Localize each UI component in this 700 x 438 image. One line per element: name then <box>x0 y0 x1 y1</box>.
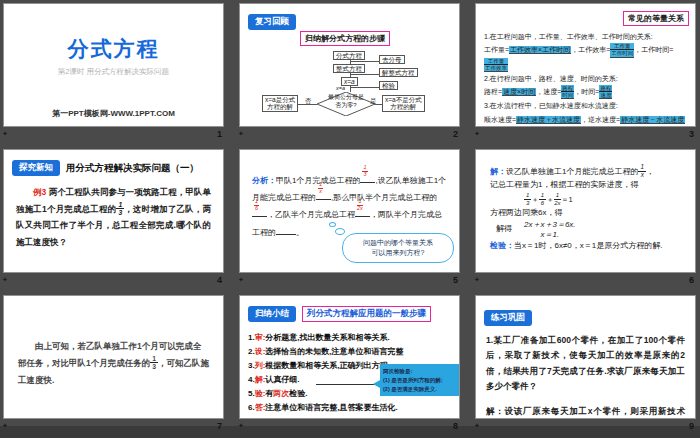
cell-5: 分析：甲队1个月完成总工程的13,设乙队单独施工1个月能完成总工程的1x,那么甲… <box>239 149 460 295</box>
no-label: 否 <box>305 98 312 105</box>
denominator: 速度 <box>599 92 612 98</box>
work-problem-heading: 1.在工程问题中，工作量、工作效率、工作时间的关系: <box>484 30 687 43</box>
step-number: 1. <box>248 333 255 342</box>
cell-1: 分式方程 第2课时 用分式方程解决实际问题 第一PPT模板网-WWW.1PPT.… <box>3 3 224 149</box>
flow-step-check: 检验 <box>379 81 398 90</box>
highlight-fraction: 工作量工作效率 <box>484 58 508 72</box>
thumb-footer-3: ✦ 3 <box>475 127 696 149</box>
water-problem-formulas: 顺水速度=静水速度＋水流速度，逆水速度=静水速度－水流速度 <box>484 113 687 126</box>
solve-label: 解得 <box>496 223 512 236</box>
red-answer-fraction: 1x <box>318 182 323 194</box>
slide-number: 6 <box>689 276 694 285</box>
fraction-one-third: 13 <box>150 355 158 370</box>
slide-thumbnail-5[interactable]: 分析：甲队1个月完成总工程的13,设乙队单独施工1个月能完成总工程的1x,那么甲… <box>239 149 460 273</box>
transition-star-icon: ✦ <box>2 276 8 283</box>
equals: ＝ <box>561 195 569 204</box>
slide-number: 5 <box>453 276 458 285</box>
slide-thumbnail-8[interactable]: 归纳小结 列分式方程解应用题的一般步骤 1.审:分析题意,找出数量关系和相等关系… <box>239 295 460 419</box>
equation-expanded: 2x＋x＋3＝6x. <box>524 220 576 230</box>
fraction: 12x <box>554 192 561 206</box>
slide-thumbnail-3[interactable]: 常见的等量关系 1.在工程问题中，工作量、工作效率、工作时间的关系: 工作量=工… <box>475 3 696 127</box>
water-problem-heading: 3.在水流行程中，已知静水速度和水流速度: <box>484 99 687 112</box>
slide-number: 9 <box>689 422 694 431</box>
cell-7: 由上可知，若乙队单独工作1个月可以完成全部任务，对比甲队1个月完成任务的13，可… <box>3 295 224 438</box>
red-answer-fraction: 13 <box>362 165 367 177</box>
solution-label: 解： <box>490 167 506 176</box>
equation-result: x＝1. <box>524 230 576 240</box>
denominator: 工作时间 <box>610 50 634 56</box>
slide-thumbnail-9[interactable]: 练习巩固 1.某工厂准备加工600个零件，在加工了100个零件后，采取了新技术，… <box>475 295 696 419</box>
thought-cloud: 问题中的哪个等量关系 可以用来列方程? <box>342 233 454 263</box>
slide-header: 探究新知 用分式方程解决实际问题（一） <box>4 150 223 176</box>
step-keyword: 答: <box>255 403 266 412</box>
step-text: 认真仔细. <box>265 375 299 384</box>
step-text: 选择恰当的未知数,注意单位和语言完整 <box>265 347 403 356</box>
blank-1: 13 <box>360 175 375 183</box>
numerator: 1 <box>150 355 158 363</box>
text: ， <box>646 167 654 176</box>
travel-problem-heading: 2.在行程问题中，路程、速度、时间的关系: <box>484 72 687 85</box>
text: ，工作时间= <box>634 46 673 53</box>
numerator: 路程 <box>599 85 612 92</box>
callout-title: 两次检验是: <box>383 367 456 376</box>
cell-8: 归纳小结 列分式方程解应用题的一般步骤 1.审:分析题意,找出数量关系和相等关系… <box>239 295 460 438</box>
slide-thumbnail-7[interactable]: 由上可知，若乙队单独工作1个月可以完成全部任务，对比甲队1个月完成任务的13，可… <box>3 295 224 419</box>
slide-sorter-grid: 分式方程 第2课时 用分式方程解决实际问题 第一PPT模板网-WWW.1PPT.… <box>0 0 700 438</box>
step-keyword: 设: <box>255 347 266 356</box>
step-text: 分析题意,找出数量关系和相等关系. <box>265 333 389 342</box>
flow-step-remove-denominator: 去分母 <box>379 55 405 64</box>
slide-number: 8 <box>453 422 458 431</box>
red-answer-fraction: 16 <box>254 199 259 211</box>
slide-number: 2 <box>453 130 458 139</box>
slide-thumbnail-2[interactable]: 复习回顾 归纳解分式方程的步骤 分式方程 整式方程 x=a 去分母 解整式方程 … <box>239 3 460 127</box>
text: 设乙队单独施工1个月能完成总工程的 <box>506 167 638 176</box>
step-keyword: 解: <box>255 375 266 384</box>
decision-text: 最简公分母是 否为零? <box>317 94 375 109</box>
watermark-text: 第一PPT模板网-WWW.1PPT.COM <box>4 108 223 119</box>
text: ，工作效率= <box>571 46 610 53</box>
callout-point-1: (1) 是否是所列方程的解; <box>383 376 456 385</box>
denominator: 2x <box>357 206 363 212</box>
solution-content: 解：设乙队单独施工1个月能完成总工程的1x， 记总工程量为1，根据工程的实际进度… <box>476 150 695 253</box>
step-item-1: 1.审:分析题意,找出数量关系和相等关系. <box>248 331 455 345</box>
text: 工作量= <box>484 46 509 53</box>
slide-thumbnail-6[interactable]: 解：设乙队单独施工1个月能完成总工程的1x， 记总工程量为1，根据工程的实际进度… <box>475 149 696 273</box>
denominator: 6 <box>254 206 259 212</box>
text: ，逆水速度= <box>581 116 620 123</box>
yes-label: 是 <box>370 98 377 105</box>
right-side: 1 <box>569 195 573 204</box>
denominator: x <box>318 189 323 195</box>
transition-star-icon: ✦ <box>238 276 244 283</box>
transition-star-icon: ✦ <box>474 276 480 283</box>
slide-thumbnail-4[interactable]: 探究新知 用分式方程解决实际问题（一） 例3 两个工程队共同参与一项筑路工程，甲… <box>3 149 224 273</box>
transition-star-icon: ✦ <box>474 130 480 137</box>
slide-title: 常见的等量关系 <box>623 11 689 26</box>
blank-3: 16 <box>252 209 267 217</box>
thumb-footer-2: ✦ 2 <box>239 127 460 149</box>
slide-header: 归纳小结 列分式方程解应用题的一般步骤 <box>240 296 459 322</box>
cell-6: 解：设乙队单独施工1个月能完成总工程的1x， 记总工程量为1，根据工程的实际进度… <box>475 149 696 295</box>
analysis-label: 分析： <box>252 176 276 185</box>
slide-title: 用分式方程解决实际问题（一） <box>66 162 199 175</box>
text: ，乙队半个月完成总工程 <box>267 210 355 219</box>
highlight-fraction: 路程速度 <box>599 85 612 99</box>
section-badge: 归纳小结 <box>248 306 296 322</box>
transition-star-icon: ✦ <box>2 130 8 137</box>
transition-star-icon: ✦ <box>2 422 8 429</box>
text: ,那么甲队半个月完成总工程的 <box>331 193 437 202</box>
example-paragraph: 例3 两个工程队共同参与一项筑路工程，甲队单独施工1个月完成总工程的13，这时增… <box>4 176 223 250</box>
step-keyword: 审: <box>255 333 266 342</box>
text: 路程= <box>484 88 502 95</box>
denominator: 3 <box>362 172 367 178</box>
transition-star-icon: ✦ <box>238 130 244 137</box>
solution-line-1: 解：设乙队单独施工1个月能完成总工程的1x， <box>490 164 685 179</box>
step-red-word: 两次 <box>273 389 289 398</box>
cell-9: 练习巩固 1.某工厂准备加工600个零件，在加工了100个零件后，采取了新技术，… <box>475 295 696 438</box>
thumb-footer-7: ✦ 7 <box>3 419 224 438</box>
step-keyword: 验: <box>255 389 266 398</box>
numerator: 工作量 <box>484 58 508 65</box>
text: ，时间= <box>574 88 599 95</box>
section-badge: 练习巩固 <box>484 310 532 326</box>
slide-thumbnail-1[interactable]: 分式方程 第2课时 用分式方程解决实际问题 第一PPT模板网-WWW.1PPT.… <box>3 3 224 127</box>
highlight-fraction: 工作量工作时间 <box>610 43 634 57</box>
